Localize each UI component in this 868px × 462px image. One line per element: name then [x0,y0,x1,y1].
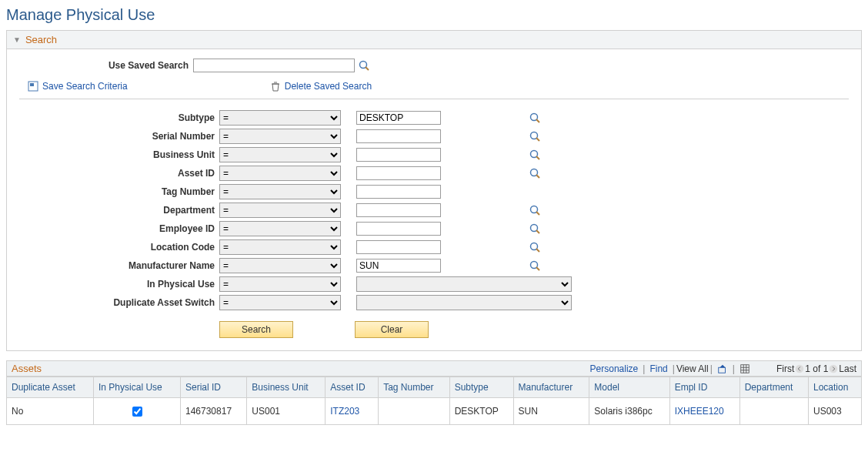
search-panel: ▼ Search Use Saved Search Save Search Cr… [6,30,862,351]
asset_id-value-input[interactable] [356,166,441,180]
column-header[interactable]: Asset ID [326,377,379,398]
manufacturer-label: Manufacturer Name [19,260,219,271]
in_physical_use-value-select[interactable] [356,276,572,292]
lookup-icon[interactable] [529,149,541,161]
delete-saved-search-link[interactable]: Delete Saved Search [266,80,372,92]
manufacturer-operator-select[interactable]: = [219,258,341,273]
cell-manufacturer: SUN [513,398,589,425]
next-icon[interactable] [828,363,839,374]
svg-line-5 [536,119,539,122]
location_code-operator-select[interactable]: = [219,239,341,255]
lookup-icon[interactable] [529,259,541,272]
svg-rect-21 [741,364,749,373]
column-header[interactable]: Model [589,377,669,398]
svg-line-15 [536,230,539,233]
column-header[interactable]: Department [739,377,808,398]
saved-search-input[interactable] [193,59,355,72]
duplicate_switch-value-select[interactable] [356,295,572,310]
lookup-icon[interactable] [358,59,370,72]
cell-department [739,398,808,425]
tag_number-value-input[interactable] [356,185,441,199]
svg-point-27 [830,364,838,373]
location_code-value-input[interactable] [356,240,441,254]
business_unit-label: Business Unit [19,149,219,160]
in_physical_use-label: In Physical Use [19,279,219,290]
tag_number-operator-select[interactable]: = [219,184,341,199]
grid-icon[interactable] [736,363,753,374]
lookup-icon[interactable] [529,130,541,142]
svg-line-11 [536,175,539,178]
lookup-icon[interactable] [529,241,541,253]
column-header[interactable]: Subtype [449,377,513,398]
duplicate_switch-operator-select[interactable]: = [219,295,341,310]
assets-toolbar: Assets Personalize | Find | View All | |… [6,360,862,377]
tag_number-label: Tag Number [19,186,219,197]
location_code-label: Location Code [19,242,219,253]
search-panel-title: Search [25,34,57,45]
svg-rect-20 [719,367,726,373]
save-search-criteria-link[interactable]: Save Search Criteria [24,80,128,92]
department-operator-select[interactable]: = [219,203,341,218]
column-header[interactable]: Business Unit [247,377,326,398]
zoom-icon[interactable] [714,363,731,374]
cell-business-unit: US001 [247,398,326,425]
serial_number-operator-select[interactable]: = [219,129,341,144]
column-header[interactable]: Location [809,377,862,398]
svg-line-17 [536,249,539,252]
column-header[interactable]: Serial ID [181,377,247,398]
assets-title: Assets [12,363,42,374]
duplicate_switch-label: Duplicate Asset Switch [19,297,219,308]
business_unit-value-input[interactable] [356,148,441,162]
cell-in-physical-use [94,398,181,425]
find-link[interactable]: Find [646,363,670,374]
clear-button[interactable]: Clear [355,321,429,338]
in_physical_use-operator-select[interactable]: = [219,276,341,292]
view-all-link[interactable]: View All [676,363,709,374]
cell-tag-number [379,398,450,425]
cell-serial-id: 146730817 [181,398,247,425]
save-icon [27,80,39,92]
last-label[interactable]: Last [839,363,856,374]
svg-line-7 [536,138,539,141]
column-header[interactable]: Tag Number [379,377,450,398]
serial_number-value-input[interactable] [356,129,441,143]
prev-icon[interactable] [794,363,805,374]
first-label[interactable]: First [776,363,794,374]
assets-table: Duplicate AssetIn Physical UseSerial IDB… [6,377,862,425]
lookup-icon[interactable] [529,223,541,235]
svg-line-9 [536,156,539,159]
business_unit-operator-select[interactable]: = [219,147,341,162]
empl-id-link[interactable]: IXHEEE120 [675,406,724,417]
department-label: Department [19,205,219,216]
subtype-value-input[interactable] [356,111,441,125]
subtype-label: Subtype [19,112,219,123]
lookup-icon[interactable] [529,112,541,124]
manufacturer-value-input[interactable] [356,259,441,273]
cell-location: US003 [809,398,862,425]
cell-subtype: DESKTOP [449,398,513,425]
subtype-operator-select[interactable]: = [219,110,341,126]
column-header[interactable]: Empl ID [669,377,739,398]
employee_id-value-input[interactable] [356,222,441,236]
asset_id-operator-select[interactable]: = [219,166,341,181]
department-value-input[interactable] [356,203,441,217]
in-physical-use-checkbox[interactable] [132,407,142,417]
svg-line-1 [366,67,369,70]
search-button[interactable]: Search [219,321,293,338]
lookup-icon[interactable] [529,167,541,179]
collapse-icon[interactable]: ▼ [13,35,21,44]
cell-duplicate: No [7,398,94,425]
employee_id-operator-select[interactable]: = [219,221,341,236]
svg-line-13 [536,212,539,215]
column-header[interactable]: In Physical Use [94,377,181,398]
asset-id-link[interactable]: ITZ203 [330,406,359,417]
lookup-icon[interactable] [529,204,541,216]
page-title: Manage Physical Use [6,6,862,24]
search-panel-header[interactable]: ▼ Search [7,31,861,49]
personalize-link[interactable]: Personalize [587,363,642,374]
employee_id-label: Employee ID [19,223,219,234]
cell-empl-id: IXHEEE120 [669,398,739,425]
column-header[interactable]: Manufacturer [513,377,589,398]
column-header[interactable]: Duplicate Asset [7,377,94,398]
svg-rect-3 [30,83,34,86]
